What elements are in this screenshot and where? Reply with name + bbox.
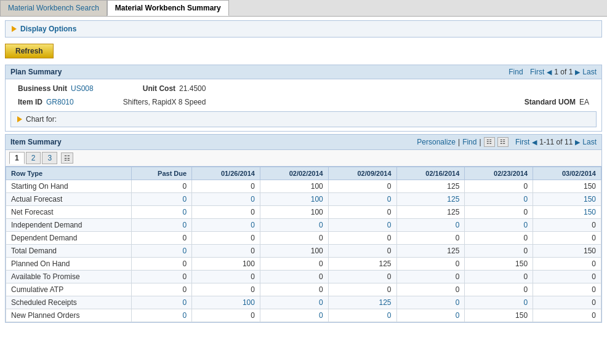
cell-pastDue: 0 bbox=[131, 232, 192, 245]
cell-pastDue: 0 bbox=[131, 309, 192, 322]
cell-d1: 0 bbox=[192, 245, 260, 258]
cell-d5: 150 bbox=[465, 309, 533, 322]
cell-d3: 125 bbox=[328, 296, 396, 309]
display-options-bar[interactable]: Display Options bbox=[5, 20, 602, 38]
grid-icon-1[interactable]: ☷ bbox=[484, 137, 495, 147]
business-unit-field: Business Unit US008 bbox=[18, 84, 94, 93]
nav-separator-1: | bbox=[458, 138, 460, 146]
unit-cost-field: Unit Cost 21.4500 bbox=[143, 84, 206, 93]
cell-d4: 125 bbox=[396, 206, 465, 219]
chart-label: Chart for: bbox=[26, 115, 57, 124]
item-next-arrow[interactable]: ▶ bbox=[575, 138, 580, 146]
standard-uom-value: EA bbox=[579, 98, 589, 106]
cell-d5: 0 bbox=[465, 206, 533, 219]
table-row: Scheduled Receipts01000125000 bbox=[6, 296, 601, 309]
tab-search[interactable]: Material Workbench Search bbox=[0, 0, 107, 16]
cell-d2: 0 bbox=[260, 219, 328, 232]
item-summary-nav: Personalize | Find | ☷ ☷ First ◀ 1-11 of… bbox=[417, 137, 597, 147]
cell-d6: 0 bbox=[533, 283, 601, 296]
cell-d5: 0 bbox=[465, 283, 533, 296]
cell-d4: 0 bbox=[396, 219, 465, 232]
cell-rowtype: Net Forecast bbox=[6, 206, 132, 219]
cell-d2: 100 bbox=[260, 245, 328, 258]
cell-d6: 150 bbox=[533, 193, 601, 206]
cell-d1: 100 bbox=[192, 296, 260, 309]
cell-d6: 0 bbox=[533, 258, 601, 271]
cell-rowtype: Independent Demand bbox=[6, 219, 132, 232]
cell-rowtype: Scheduled Receipts bbox=[6, 296, 132, 309]
cell-d6: 0 bbox=[533, 309, 601, 322]
cell-d4: 0 bbox=[396, 258, 465, 271]
cell-d1: 0 bbox=[192, 219, 260, 232]
prev-arrow[interactable]: ◀ bbox=[547, 68, 552, 76]
cell-d6: 150 bbox=[533, 245, 601, 258]
first-link[interactable]: First bbox=[530, 68, 544, 76]
cell-d2: 0 bbox=[260, 296, 328, 309]
table-row: Available To Promise0000000 bbox=[6, 271, 601, 283]
personalize-link[interactable]: Personalize bbox=[417, 138, 456, 146]
chart-bar[interactable]: Chart for: bbox=[10, 111, 597, 127]
item-last-link[interactable]: Last bbox=[582, 138, 597, 146]
cell-d2: 100 bbox=[260, 206, 328, 219]
item-find-link[interactable]: Find bbox=[462, 138, 476, 146]
refresh-button[interactable]: Refresh bbox=[5, 44, 54, 58]
cell-d3: 0 bbox=[328, 271, 396, 283]
cell-pastDue: 0 bbox=[131, 193, 192, 206]
cell-d6: 0 bbox=[533, 232, 601, 245]
num-tab-3[interactable]: 3 bbox=[42, 152, 57, 164]
cell-d4: 0 bbox=[396, 309, 465, 322]
table-row: Net Forecast0010001250150 bbox=[6, 206, 601, 219]
tab-summary[interactable]: Material Workbench Summary bbox=[107, 0, 229, 16]
cell-d5: 0 bbox=[465, 296, 533, 309]
cell-rowtype: Dependent Demand bbox=[6, 232, 132, 245]
number-tab-row: 1 2 3 ☷ bbox=[6, 150, 601, 167]
cell-d5: 0 bbox=[465, 271, 533, 283]
cell-d3: 0 bbox=[328, 180, 396, 193]
cell-d4: 0 bbox=[396, 232, 465, 245]
item-prev-arrow[interactable]: ◀ bbox=[532, 138, 537, 146]
cell-d3: 0 bbox=[328, 245, 396, 258]
item-summary-title: Item Summary bbox=[10, 138, 62, 146]
plan-summary-title: Plan Summary bbox=[10, 68, 62, 76]
standard-uom-field: Standard UOM EA bbox=[525, 98, 589, 106]
col-header-d4: 02/16/2014 bbox=[396, 167, 465, 180]
cell-pastDue: 0 bbox=[131, 283, 192, 296]
cell-d4: 0 bbox=[396, 283, 465, 296]
cell-d6: 0 bbox=[533, 271, 601, 283]
chart-triangle-icon bbox=[17, 116, 22, 122]
cell-pastDue: 0 bbox=[131, 219, 192, 232]
item-id-label: Item ID bbox=[18, 98, 42, 106]
item-id-value[interactable]: GR8010 bbox=[46, 98, 74, 106]
item-id-field: Item ID GR8010 bbox=[18, 98, 74, 106]
tab-bar: Material Workbench Search Material Workb… bbox=[0, 0, 607, 17]
cell-rowtype: Actual Forecast bbox=[6, 193, 132, 206]
business-unit-value: US008 bbox=[71, 84, 94, 93]
next-arrow[interactable]: ▶ bbox=[575, 68, 580, 76]
last-link[interactable]: Last bbox=[582, 68, 597, 76]
num-tab-1[interactable]: 1 bbox=[9, 152, 25, 164]
table-row: New Planned Orders000001500 bbox=[6, 309, 601, 322]
cell-rowtype: Starting On Hand bbox=[6, 180, 132, 193]
item-first-link[interactable]: First bbox=[515, 138, 529, 146]
cell-d5: 0 bbox=[465, 193, 533, 206]
cell-rowtype: Cumulative ATP bbox=[6, 283, 132, 296]
cell-d6: 0 bbox=[533, 219, 601, 232]
table-row: Dependent Demand0000000 bbox=[6, 232, 601, 245]
unit-cost-value: 21.4500 bbox=[179, 84, 206, 93]
cell-d5: 0 bbox=[465, 180, 533, 193]
cell-d3: 125 bbox=[328, 258, 396, 271]
col-header-pastdue: Past Due bbox=[131, 167, 192, 180]
col-header-d6: 03/02/2014 bbox=[533, 167, 601, 180]
unit-cost-label: Unit Cost bbox=[143, 84, 175, 93]
num-tab-2[interactable]: 2 bbox=[26, 152, 41, 164]
cell-d3: 0 bbox=[328, 219, 396, 232]
item-summary-section: Item Summary Personalize | Find | ☷ ☷ Fi… bbox=[5, 134, 602, 323]
cell-pastDue: 0 bbox=[131, 271, 192, 283]
table-row: Starting On Hand0010001250150 bbox=[6, 180, 601, 193]
cell-d5: 150 bbox=[465, 258, 533, 271]
grid-icon-2[interactable]: ☷ bbox=[497, 137, 509, 147]
column-chooser-icon[interactable]: ☷ bbox=[61, 152, 73, 164]
display-options-label: Display Options bbox=[20, 25, 76, 33]
cell-d4: 125 bbox=[396, 245, 465, 258]
find-link[interactable]: Find bbox=[509, 68, 523, 76]
